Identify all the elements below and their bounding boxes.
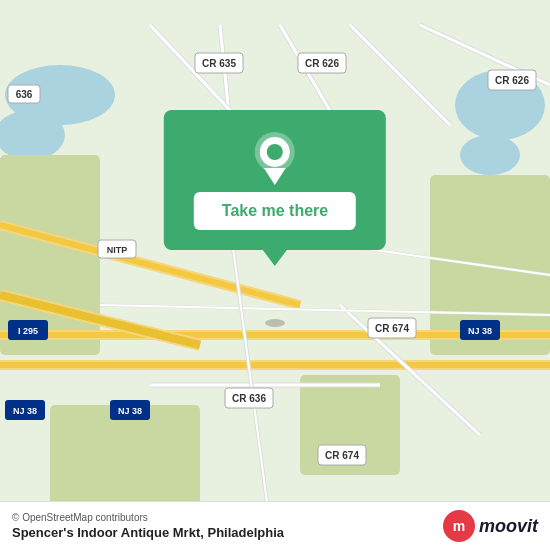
moovit-logo: m moovit — [443, 510, 538, 542]
svg-text:CR 626: CR 626 — [495, 75, 529, 86]
svg-text:NITP: NITP — [107, 245, 128, 255]
take-me-there-button[interactable]: Take me there — [194, 192, 356, 230]
svg-marker-66 — [264, 168, 286, 185]
moovit-m-icon: m — [443, 510, 475, 542]
location-name: Spencer's Indoor Antique Mrkt, Philadelp… — [12, 525, 284, 540]
svg-point-4 — [460, 135, 520, 175]
svg-text:CR 674: CR 674 — [375, 323, 409, 334]
svg-text:CR 674: CR 674 — [325, 450, 359, 461]
svg-text:NJ 38: NJ 38 — [118, 406, 142, 416]
pin-icon — [250, 130, 300, 180]
svg-point-65 — [267, 144, 283, 160]
moovit-brand-text: moovit — [479, 516, 538, 537]
popup-card: Take me there — [164, 110, 386, 250]
svg-text:NJ 38: NJ 38 — [468, 326, 492, 336]
svg-text:CR 635: CR 635 — [202, 58, 236, 69]
svg-text:NJ 38: NJ 38 — [13, 406, 37, 416]
map-container: CR 635 CR 626 CR 626 636 NITP I 295 NJ 3… — [0, 0, 550, 550]
svg-text:636: 636 — [16, 89, 33, 100]
svg-point-62 — [265, 319, 285, 327]
bottom-bar: © OpenStreetMap contributors Spencer's I… — [0, 501, 550, 550]
osm-attribution: © OpenStreetMap contributors — [12, 512, 284, 523]
svg-text:CR 636: CR 636 — [232, 393, 266, 404]
svg-text:CR 626: CR 626 — [305, 58, 339, 69]
bottom-left-info: © OpenStreetMap contributors Spencer's I… — [12, 512, 284, 540]
svg-text:I 295: I 295 — [18, 326, 38, 336]
